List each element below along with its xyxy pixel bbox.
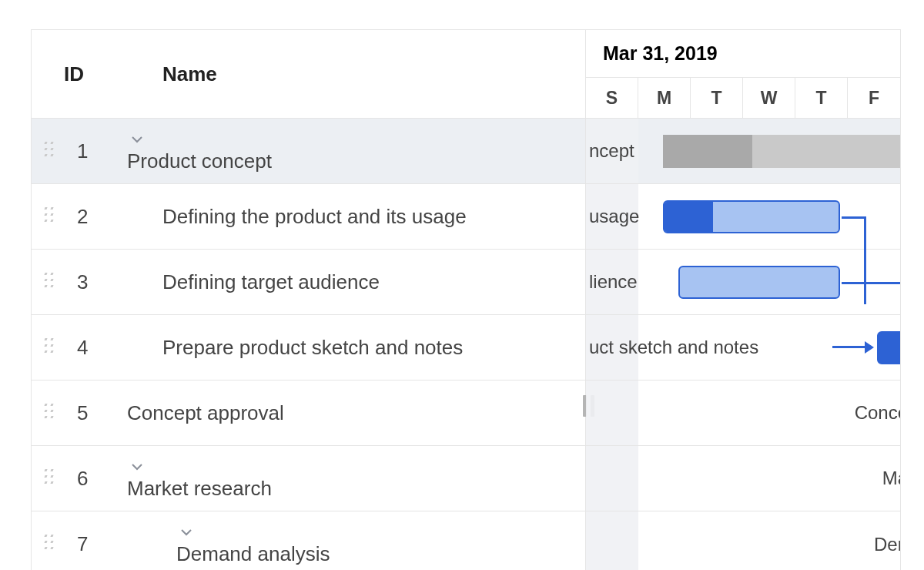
task-name-cell[interactable]: Demand analysis [116,522,585,566]
day-column-header: S [586,78,638,118]
task-name: Defining the product and its usage [162,205,467,228]
chevron-down-icon[interactable] [127,129,147,149]
task-name-cell[interactable]: Defining the product and its usage [116,205,585,229]
task-bar[interactable] [663,200,840,233]
task-row[interactable]: 1 Product concept [32,119,585,184]
task-name: Defining target audience [162,270,380,293]
task-id: 6 [66,467,116,491]
task-name-cell[interactable]: Product concept [116,129,585,173]
timeline-body[interactable]: ncept usage lience [586,119,900,570]
bar-label: Conce [855,402,900,424]
drag-handle-icon[interactable] [32,207,66,226]
dependency-line [842,216,866,219]
weekend-shade [586,511,638,570]
progress-fill [663,135,752,168]
task-grid-header: ID Name [32,30,585,119]
timeline-date-range: Mar 31, 2019 [586,30,900,78]
task-name-cell[interactable]: Prepare product sketch and notes [116,336,585,360]
task-name-cell[interactable]: Defining target audience [116,270,585,294]
dependency-line [842,282,900,284]
dependency-arrow-icon [865,341,874,354]
column-header-id[interactable]: ID [32,62,116,86]
timeline-row[interactable]: Ma [586,446,900,511]
bar-label: ncept [589,140,634,162]
timeline-row[interactable]: lience [586,250,900,315]
task-id: 1 [66,139,116,163]
day-column-header: T [691,78,743,118]
task-row[interactable]: 5 Concept approval [32,381,585,446]
task-row[interactable]: 7 Demand analysis [32,511,585,570]
task-name: Concept approval [127,401,284,424]
day-column-header: F [848,78,900,118]
task-row[interactable]: 4 Prepare product sketch and notes [32,315,585,381]
bar-label: Ma [882,468,900,489]
weekend-shade [586,446,638,511]
bar-label: uct sketch and notes [589,337,758,358]
task-id: 4 [66,336,116,360]
chevron-down-icon[interactable] [176,522,196,542]
task-name-cell[interactable]: Market research [116,457,585,501]
weekend-shade [586,381,638,445]
task-row[interactable]: 2 Defining the product and its usage [32,184,585,250]
bar-label: usage [589,206,639,227]
task-name-cell[interactable]: Concept approval [116,401,585,425]
task-id: 5 [66,401,116,425]
task-grid: ID Name 1 Product concept 2 Defining the… [32,30,586,570]
task-id: 7 [66,532,116,556]
timeline-row[interactable]: usage [586,184,900,250]
drag-handle-icon[interactable] [32,535,66,554]
task-id: 3 [66,270,116,294]
task-name: Product concept [127,149,272,173]
chevron-down-icon[interactable] [127,457,147,477]
bar-label: Den [874,534,900,555]
drag-handle-icon[interactable] [32,273,66,292]
task-row[interactable]: 3 Defining target audience [32,250,585,315]
task-bar[interactable] [877,331,900,364]
timeline-row[interactable]: uct sketch and notes [586,315,900,381]
day-column-header: M [638,78,691,118]
drag-handle-icon[interactable] [32,469,66,488]
progress-fill [665,202,713,232]
timeline-row[interactable]: Den [586,511,900,570]
drag-handle-icon[interactable] [32,142,66,161]
timeline-row[interactable]: Conce [586,381,900,446]
drag-handle-icon[interactable] [32,338,66,357]
gantt-container: ID Name 1 Product concept 2 Defining the… [31,29,901,570]
day-column-header: W [743,78,795,118]
timeline-day-header: S M T W T F [586,78,900,119]
task-bar[interactable] [678,266,840,299]
timeline-row[interactable]: ncept [586,119,900,184]
drag-handle-icon[interactable] [32,404,66,423]
dependency-line [832,346,866,348]
bar-label: lience [589,271,638,293]
task-name: Prepare product sketch and notes [162,336,463,359]
summary-bar[interactable] [663,135,900,168]
task-row[interactable]: 6 Market research [32,446,585,511]
task-name: Market research [127,477,272,500]
task-name: Demand analysis [176,542,330,565]
task-id: 2 [66,205,116,229]
day-column-header: T [795,78,848,118]
timeline-panel: Mar 31, 2019 S M T W T F ncept usage [586,30,900,570]
column-header-name[interactable]: Name [116,62,585,86]
